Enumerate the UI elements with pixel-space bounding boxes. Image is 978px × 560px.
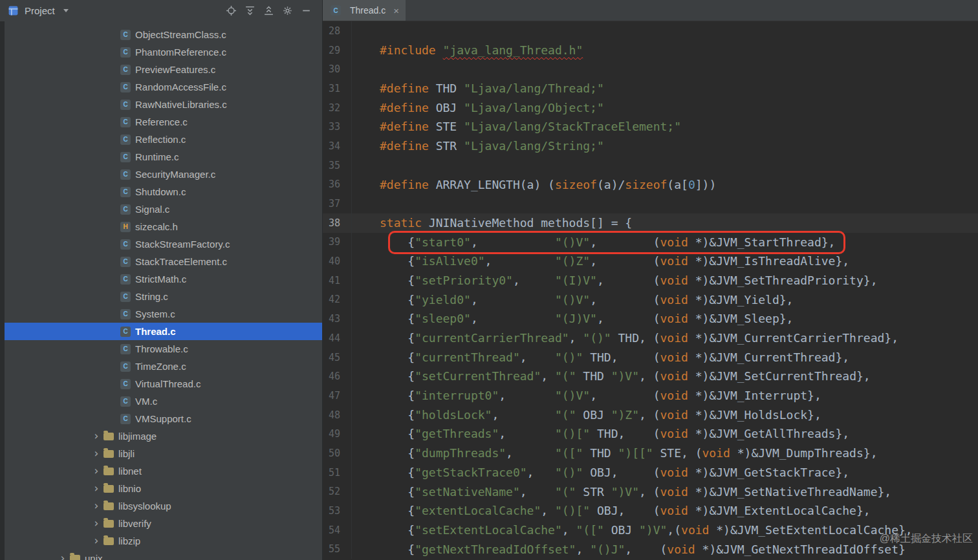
chevron-right-icon[interactable]: › (89, 483, 103, 494)
line-number[interactable]: 53 (323, 505, 351, 517)
code-line-41[interactable]: 41 {"setPriority0", "(I)V", (void *)&JVM… (323, 271, 978, 290)
code-line-31[interactable]: 31#define THD "Ljava/lang/Thread;" (323, 79, 978, 98)
line-number[interactable]: 35 (323, 160, 351, 171)
code-line-36[interactable]: 36#define ARRAY_LENGTH(a) (sizeof(a)/siz… (323, 175, 978, 195)
line-number[interactable]: 43 (323, 313, 351, 325)
line-number[interactable]: 55 (323, 543, 351, 555)
line-number[interactable]: 37 (323, 198, 351, 210)
code-line-38[interactable]: 38static JNINativeMethod methods[] = { (323, 213, 978, 233)
line-number[interactable]: 50 (323, 447, 351, 459)
line-number[interactable]: 34 (323, 140, 351, 152)
tree-item-String.c[interactable]: CString.c (5, 288, 322, 305)
line-number[interactable]: 36 (323, 178, 351, 190)
code-line-45[interactable]: 45 {"currentThread", "()" THD, (void *)&… (323, 348, 978, 367)
hide-panel-icon[interactable] (299, 4, 313, 18)
tab-thread-c[interactable]: C Thread.c × (323, 0, 406, 21)
line-number[interactable]: 40 (323, 255, 351, 267)
tree-item-ObjectStreamClass.c[interactable]: CObjectStreamClass.c (5, 26, 322, 43)
tree-item-StackStreamFactory.c[interactable]: CStackStreamFactory.c (5, 235, 322, 253)
tree-item-libverify[interactable]: ›libverify (5, 515, 322, 532)
line-number[interactable]: 33 (323, 121, 351, 133)
code-line-42[interactable]: 42 {"yield0", "()V", (void *)&JVM_Yield}… (323, 290, 978, 310)
code-line-34[interactable]: 34#define STR "Ljava/lang/String;" (323, 136, 978, 156)
tree-item-Reference.c[interactable]: CReference.c (5, 113, 322, 131)
tree-item-TimeZone.c[interactable]: CTimeZone.c (5, 358, 322, 375)
code-line-49[interactable]: 49 {"getThreads", "()[" THD, (void *)&JV… (323, 424, 978, 444)
code-line-29[interactable]: 29#include "java_lang_Thread.h" (323, 41, 978, 60)
line-number[interactable]: 47 (323, 390, 351, 402)
tree-item-VirtualThread.c[interactable]: CVirtualThread.c (5, 375, 322, 393)
settings-gear-icon[interactable] (280, 4, 294, 18)
tree-item-Signal.c[interactable]: CSignal.c (5, 200, 322, 218)
code-line-50[interactable]: 50 {"dumpThreads", "([" THD ")[[" STE, (… (323, 444, 978, 463)
code-line-37[interactable]: 37 (323, 194, 978, 213)
tree-item-Thread.c[interactable]: CThread.c (5, 323, 322, 340)
code-line-43[interactable]: 43 {"sleep0", "(J)V", (void *)&JVM_Sleep… (323, 309, 978, 328)
line-number[interactable]: 39 (323, 236, 351, 248)
chevron-right-icon[interactable]: › (56, 553, 70, 560)
tree-item-libsyslookup[interactable]: ›libsyslookup (5, 497, 322, 515)
line-number[interactable]: 31 (323, 83, 351, 94)
code-line-28[interactable]: 28 (323, 21, 978, 41)
tree-item-VMSupport.c[interactable]: CVMSupport.c (5, 410, 322, 427)
tree-item-Shutdown.c[interactable]: CShutdown.c (5, 183, 322, 200)
code-line-35[interactable]: 35 (323, 156, 978, 175)
tree-item-VM.c[interactable]: CVM.c (5, 393, 322, 410)
line-number[interactable]: 45 (323, 352, 351, 363)
code-line-48[interactable]: 48 {"holdsLock", "(" OBJ ")Z", (void *)&… (323, 405, 978, 425)
code-line-53[interactable]: 53 {"extentLocalCache", "()[" OBJ, (void… (323, 501, 978, 521)
tree-item-RawNativeLibraries.c[interactable]: CRawNativeLibraries.c (5, 96, 322, 113)
line-number[interactable]: 29 (323, 45, 351, 56)
tree-item-Runtime.c[interactable]: CRuntime.c (5, 148, 322, 166)
tree-item-libjimage[interactable]: ›libjimage (5, 427, 322, 445)
line-number[interactable]: 38 (323, 217, 351, 229)
line-number[interactable]: 28 (323, 25, 351, 37)
line-number[interactable]: 48 (323, 409, 351, 421)
tree-item-PhantomReference.c[interactable]: CPhantomReference.c (5, 43, 322, 61)
select-opened-file-icon[interactable] (224, 4, 238, 18)
tree-item-PreviewFeatures.c[interactable]: CPreviewFeatures.c (5, 61, 322, 78)
close-tab-icon[interactable]: × (393, 5, 399, 16)
chevron-right-icon[interactable]: › (89, 431, 103, 442)
line-number[interactable]: 32 (323, 102, 351, 114)
tree-item-StrictMath.c[interactable]: CStrictMath.c (5, 270, 322, 288)
line-number[interactable]: 42 (323, 294, 351, 305)
chevron-right-icon[interactable]: › (89, 535, 103, 546)
code-line-47[interactable]: 47 {"interrupt0", "()V", (void *)&JVM_In… (323, 386, 978, 405)
tree-item-libnio[interactable]: ›libnio (5, 480, 322, 497)
chevron-right-icon[interactable]: › (89, 448, 103, 459)
tree-item-StackTraceElement.c[interactable]: CStackTraceElement.c (5, 253, 322, 270)
code-line-46[interactable]: 46 {"setCurrentThread", "(" THD ")V", (v… (323, 367, 978, 386)
line-number[interactable]: 41 (323, 275, 351, 286)
chevron-right-icon[interactable]: › (89, 518, 103, 529)
chevron-down-icon[interactable] (63, 9, 69, 12)
tree-item-libnet[interactable]: ›libnet (5, 462, 322, 480)
code-editor[interactable]: 2829#include "java_lang_Thread.h"3031#de… (323, 21, 978, 560)
code-line-33[interactable]: 33#define STE "Ljava/lang/StackTraceElem… (323, 117, 978, 136)
tree-item-SecurityManager.c[interactable]: CSecurityManager.c (5, 166, 322, 183)
code-line-52[interactable]: 52 {"setNativeName", "(" STR ")V", (void… (323, 482, 978, 502)
tree-item-unix[interactable]: ›unix (5, 550, 322, 560)
line-number[interactable]: 30 (323, 63, 351, 75)
chevron-right-icon[interactable]: › (89, 501, 103, 512)
tree-item-RandomAccessFile.c[interactable]: CRandomAccessFile.c (5, 78, 322, 96)
tree-item-Reflection.c[interactable]: CReflection.c (5, 131, 322, 148)
line-number[interactable]: 46 (323, 371, 351, 382)
tree-item-libjli[interactable]: ›libjli (5, 445, 322, 462)
code-line-30[interactable]: 30 (323, 59, 978, 79)
collapse-all-icon[interactable] (261, 4, 276, 18)
chevron-right-icon[interactable]: › (89, 466, 103, 477)
code-line-32[interactable]: 32#define OBJ "Ljava/lang/Object;" (323, 98, 978, 118)
line-number[interactable]: 44 (323, 332, 351, 344)
line-number[interactable]: 51 (323, 467, 351, 479)
expand-all-icon[interactable] (243, 4, 257, 18)
line-number[interactable]: 54 (323, 524, 351, 536)
code-line-44[interactable]: 44 {"currentCarrierThread", "()" THD, (v… (323, 328, 978, 348)
project-panel-title[interactable]: Project (25, 5, 55, 16)
tree-item-libzip[interactable]: ›libzip (5, 532, 322, 550)
tree-item-System.c[interactable]: CSystem.c (5, 305, 322, 323)
code-line-51[interactable]: 51 {"getStackTrace0", "()" OBJ, (void *)… (323, 463, 978, 482)
tree-item-sizecalc.h[interactable]: Hsizecalc.h (5, 218, 322, 235)
code-line-39[interactable]: 39 {"start0", "()V", (void *)&JVM_StartT… (323, 233, 978, 252)
code-line-40[interactable]: 40 {"isAlive0", "()Z", (void *)&JVM_IsTh… (323, 252, 978, 271)
